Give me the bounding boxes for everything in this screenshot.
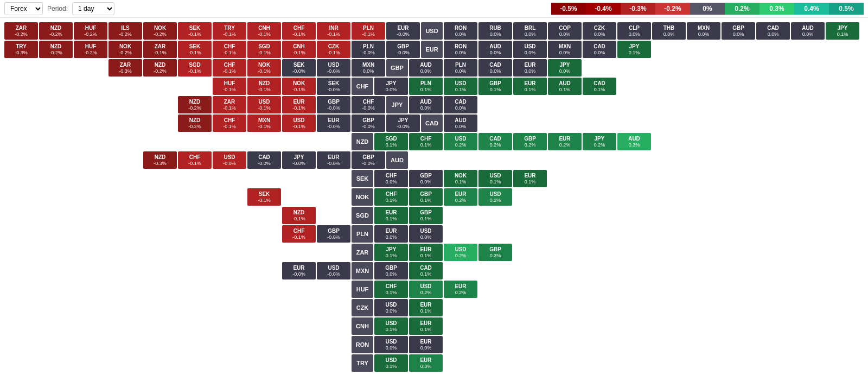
list-item[interactable]: EUR0.2%: [548, 133, 582, 150]
list-item[interactable]: RON0.0%: [444, 41, 477, 58]
list-item[interactable]: HUF-0.1%: [213, 78, 246, 95]
list-item[interactable]: CAD0.1%: [409, 262, 443, 279]
list-item[interactable]: INR-0.1%: [317, 22, 350, 40]
list-item[interactable]: MXN0.0%: [548, 41, 582, 58]
list-item[interactable]: THB0.0%: [652, 22, 686, 40]
list-item[interactable]: BRL0.0%: [513, 22, 547, 40]
list-item[interactable]: PLN-0.0%: [352, 41, 385, 58]
list-item[interactable]: CAD0.0%: [478, 59, 512, 77]
list-item[interactable]: GBP0.0%: [409, 170, 443, 187]
list-item[interactable]: USD-0.0%: [213, 151, 246, 169]
list-item[interactable]: CHF0.0%: [374, 170, 408, 187]
list-item[interactable]: GBP-0.0%: [352, 115, 385, 132]
list-item[interactable]: CAD0.2%: [478, 133, 512, 150]
list-item[interactable]: EUR0.0%: [409, 336, 443, 353]
list-item[interactable]: NZD-0.2%: [39, 22, 73, 40]
list-item[interactable]: CHF0.1%: [374, 281, 408, 298]
list-item[interactable]: AUD0.0%: [444, 115, 477, 132]
list-item[interactable]: MXN-0.1%: [247, 115, 281, 132]
list-item[interactable]: EUR0.1%: [513, 170, 547, 187]
list-item[interactable]: NZD-0.3%: [143, 151, 177, 169]
list-item[interactable]: USD0.2%: [478, 188, 512, 206]
market-select[interactable]: Forex Stocks Crypto: [4, 2, 43, 15]
list-item[interactable]: JPY0.0%: [374, 78, 408, 95]
list-item[interactable]: PLN0.0%: [444, 59, 477, 77]
list-item[interactable]: GBP0.0%: [722, 22, 755, 40]
list-item[interactable]: GBP-0.0%: [352, 151, 385, 169]
list-item[interactable]: TRY-0.1%: [213, 22, 246, 40]
list-item[interactable]: CHF-0.1%: [213, 59, 246, 77]
list-item[interactable]: NOK-0.1%: [282, 78, 316, 95]
list-item[interactable]: EUR-0.0%: [317, 151, 350, 169]
list-item[interactable]: AUD0.1%: [548, 78, 582, 95]
list-item[interactable]: NZD-0.2%: [143, 59, 177, 77]
list-item[interactable]: EUR0.0%: [513, 59, 547, 77]
list-item[interactable]: AUD0.0%: [791, 22, 825, 40]
list-item[interactable]: GBP-0.0%: [317, 225, 350, 243]
list-item[interactable]: GBP0.1%: [409, 188, 443, 206]
list-item[interactable]: EUR0.1%: [374, 207, 408, 224]
list-item[interactable]: CZK-0.1%: [317, 41, 350, 58]
list-item[interactable]: CHF-0.0%: [352, 96, 385, 113]
list-item[interactable]: USD0.0%: [374, 299, 408, 316]
list-item[interactable]: NOK-0.2%: [143, 22, 177, 40]
list-item[interactable]: NZD-0.1%: [282, 207, 316, 224]
list-item[interactable]: EUR0.0%: [374, 225, 408, 243]
list-item[interactable]: USD0.0%: [374, 336, 408, 353]
list-item[interactable]: USD0.2%: [409, 281, 443, 298]
list-item[interactable]: NOK-0.1%: [247, 59, 281, 77]
list-item[interactable]: USD-0.1%: [247, 96, 281, 113]
list-item[interactable]: AUD0.3%: [617, 133, 651, 150]
list-item[interactable]: RUB0.0%: [478, 22, 512, 40]
list-item[interactable]: USD0.0%: [513, 41, 547, 58]
list-item[interactable]: GBP0.1%: [409, 207, 443, 224]
list-item[interactable]: NOK-0.2%: [108, 41, 142, 58]
list-item[interactable]: CZK0.0%: [583, 22, 616, 40]
list-item[interactable]: NZD-0.1%: [247, 78, 281, 95]
list-item[interactable]: SGD-0.1%: [178, 59, 212, 77]
list-item[interactable]: HUF-0.2%: [74, 41, 107, 58]
list-item[interactable]: CHF-0.1%: [282, 225, 316, 243]
list-item[interactable]: SEK-0.1%: [178, 41, 212, 58]
list-item[interactable]: ZAR-0.3%: [108, 59, 142, 77]
list-item[interactable]: EUR0.1%: [513, 78, 547, 95]
list-item[interactable]: ZAR-0.1%: [143, 41, 177, 58]
list-item[interactable]: JPY0.0%: [548, 59, 582, 77]
list-item[interactable]: EUR0.1%: [409, 244, 443, 261]
list-item[interactable]: JPY0.1%: [374, 244, 408, 261]
list-item[interactable]: USD-0.0%: [317, 59, 350, 77]
list-item[interactable]: SGD0.1%: [374, 133, 408, 150]
list-item[interactable]: CAD-0.0%: [247, 151, 281, 169]
list-item[interactable]: HUF-0.2%: [74, 22, 107, 40]
list-item[interactable]: CHF-0.1%: [178, 151, 212, 169]
list-item[interactable]: EUR0.3%: [409, 354, 443, 372]
list-item[interactable]: AUD0.0%: [409, 59, 443, 77]
list-item[interactable]: USD-0.0%: [317, 262, 350, 279]
period-select[interactable]: 1 day 1 week 1 month: [72, 2, 114, 15]
list-item[interactable]: NOK0.1%: [444, 170, 477, 187]
list-item[interactable]: COP0.0%: [548, 22, 582, 40]
list-item[interactable]: GBP0.2%: [513, 133, 547, 150]
list-item[interactable]: TRY-0.3%: [4, 41, 38, 58]
list-item[interactable]: USD0.0%: [409, 225, 443, 243]
list-item[interactable]: USD0.2%: [444, 244, 477, 261]
list-item[interactable]: JPY-0.0%: [386, 115, 420, 132]
list-item[interactable]: MXN0.0%: [352, 59, 385, 77]
list-item[interactable]: SEK-0.1%: [178, 22, 212, 40]
list-item[interactable]: USD-0.1%: [282, 115, 316, 132]
list-item[interactable]: EUR0.2%: [444, 188, 477, 206]
list-item[interactable]: CHF-0.1%: [213, 115, 246, 132]
list-item[interactable]: AUD0.0%: [478, 41, 512, 58]
list-item[interactable]: SEK-0.0%: [282, 59, 316, 77]
list-item[interactable]: CAD0.0%: [583, 41, 616, 58]
list-item[interactable]: NZD-0.2%: [39, 41, 73, 58]
list-item[interactable]: SEK-0.0%: [317, 78, 350, 95]
list-item[interactable]: CAD0.1%: [583, 78, 616, 95]
list-item[interactable]: RON0.0%: [444, 22, 477, 40]
list-item[interactable]: CLP0.0%: [617, 22, 651, 40]
list-item[interactable]: GBP0.1%: [478, 78, 512, 95]
list-item[interactable]: USD0.1%: [444, 78, 477, 95]
list-item[interactable]: JPY0.1%: [826, 22, 859, 40]
list-item[interactable]: SGD-0.1%: [247, 41, 281, 58]
list-item[interactable]: CNH-0.1%: [247, 22, 281, 40]
